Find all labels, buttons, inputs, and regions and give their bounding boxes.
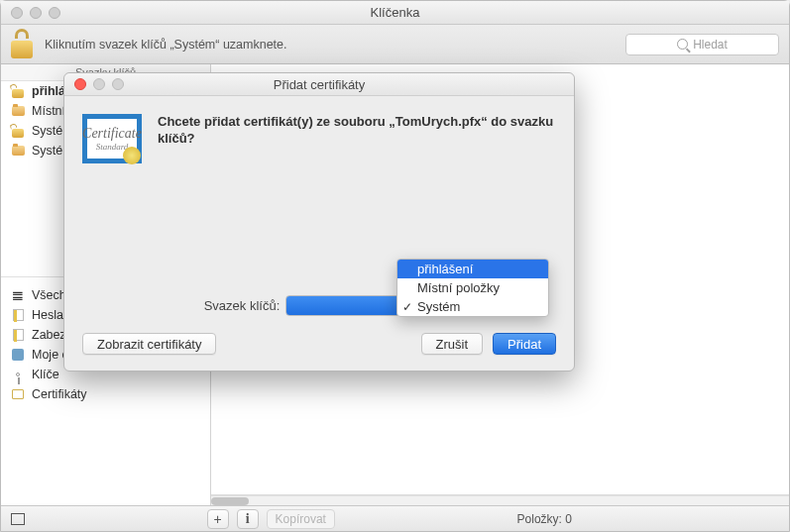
sidebar-item-label: Klíče xyxy=(32,368,59,381)
horizontal-scrollbar[interactable] xyxy=(211,495,789,505)
dropdown-option-label: přihlášení xyxy=(417,262,473,276)
item-count: Položky: 0 xyxy=(517,512,572,526)
search-placeholder: Hledat xyxy=(693,38,728,52)
keychain-dropdown-menu[interactable]: přihlášení Místní položky ✓ Systém xyxy=(396,259,549,317)
add-certificates-dialog: Přidat certifikáty Certificate Standard … xyxy=(63,72,575,372)
key-icon xyxy=(16,372,20,376)
show-certificates-button[interactable]: Zobrazit certifikáty xyxy=(82,333,216,355)
info-button[interactable]: i xyxy=(237,509,259,529)
certificate-icon xyxy=(12,389,24,399)
toolbar-message: Kliknutím svazek klíčů „Systém“ uzamknet… xyxy=(45,38,287,52)
statusbar: + i Kopírovat Položky: 0 xyxy=(1,505,789,531)
view-mode-icon[interactable] xyxy=(11,513,25,525)
scrollbar-thumb[interactable] xyxy=(211,497,249,505)
dropdown-option-label: Místní položky xyxy=(417,280,500,295)
folder-icon xyxy=(12,146,25,156)
note-icon xyxy=(13,309,24,321)
keychain-select-label: Svazek klíčů: xyxy=(204,298,281,313)
dialog-titlebar: Přidat certifikáty xyxy=(64,73,574,96)
seal-icon xyxy=(123,147,141,164)
puzzle-icon xyxy=(12,349,24,361)
sidebar-item-label: Hesla xyxy=(32,308,63,322)
window-title: Klíčenka xyxy=(1,5,789,20)
toolbar: Kliknutím svazek klíčů „Systém“ uzamknet… xyxy=(1,25,789,64)
titlebar: Klíčenka xyxy=(1,1,789,25)
dropdown-option-system[interactable]: ✓ Systém xyxy=(397,297,548,316)
cancel-button[interactable]: Zrušit xyxy=(421,333,484,355)
dropdown-option-login[interactable]: přihlášení xyxy=(397,260,548,278)
add-button[interactable]: Přidat xyxy=(493,333,556,355)
dialog-title: Přidat certifikáty xyxy=(64,77,574,92)
sidebar-item-label: Certifikáty xyxy=(32,387,87,401)
add-item-button[interactable]: + xyxy=(207,509,229,529)
dropdown-option-label: Systém xyxy=(417,299,460,314)
certificate-graphic-icon: Certificate Standard xyxy=(82,114,142,163)
lock-toggle-icon[interactable] xyxy=(11,31,35,58)
compass-icon: 𝌆 xyxy=(11,288,25,302)
note-icon xyxy=(13,329,24,341)
sidebar-item-certificates[interactable]: Certifikáty xyxy=(1,384,210,404)
check-icon: ✓ xyxy=(402,300,412,314)
folder-icon xyxy=(12,106,25,116)
lock-open-icon xyxy=(12,85,25,98)
search-icon xyxy=(677,39,688,50)
search-input[interactable]: Hledat xyxy=(625,34,779,55)
lock-open-icon xyxy=(12,125,25,138)
copy-button-disabled: Kopírovat xyxy=(267,509,335,529)
dropdown-option-local-items[interactable]: Místní položky xyxy=(397,278,548,297)
